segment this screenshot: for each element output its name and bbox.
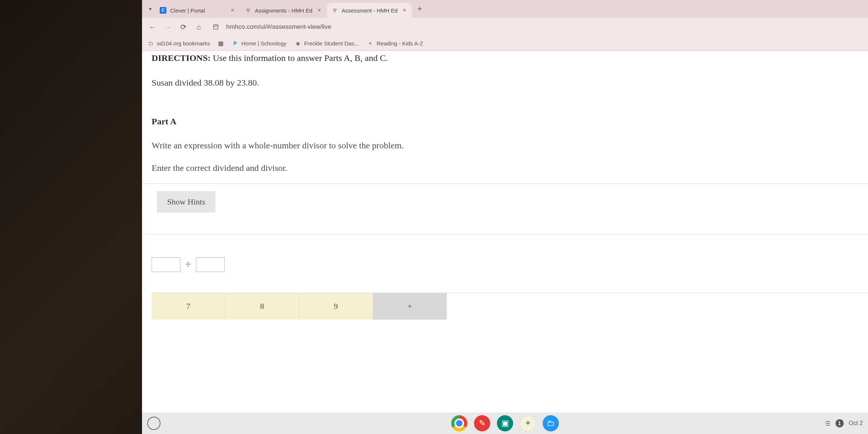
instruction-line-1: Write an expression with a whole-number …: [152, 141, 868, 151]
keypad-7[interactable]: 7: [152, 293, 225, 320]
browser-toolbar: ← → ⟳ ⌂ hmhco.com/ui/#/assessment-view/l…: [142, 18, 868, 36]
back-button[interactable]: ←: [146, 20, 159, 34]
grid-icon: ▦: [218, 40, 224, 47]
close-icon[interactable]: ×: [401, 7, 408, 14]
close-icon[interactable]: ×: [316, 7, 322, 14]
divisor-input[interactable]: [196, 257, 225, 272]
new-tab-button[interactable]: +: [412, 4, 427, 14]
schoology-icon: P: [232, 40, 238, 47]
site-info-icon[interactable]: [211, 22, 221, 32]
chromeos-shelf: ✎ ▣ ✦ 🗀 ☰ 1 Oct 2: [142, 413, 868, 434]
instruction-line-2: Enter the correct dividend and divisor.: [152, 163, 868, 173]
bookmark-label: Home | Schoology: [241, 40, 286, 46]
reading-icon: ✦: [367, 40, 374, 47]
svg-rect-0: [214, 25, 218, 29]
browser-tab-strip: ▾ C Clever | Portal × ▽ Assignments - HM…: [142, 0, 868, 18]
problem-statement: Susan divided 38.08 by 23.80.: [152, 78, 868, 88]
bookmark-label: Freckle Student Das...: [304, 40, 359, 46]
bookmark-freckle[interactable]: ◉ Freckle Student Das...: [295, 40, 359, 47]
keypad-8[interactable]: 8: [225, 293, 299, 320]
app-icon-red[interactable]: ✎: [474, 415, 490, 431]
files-icon[interactable]: 🗀: [543, 415, 559, 431]
freckle-icon: ◉: [295, 40, 301, 47]
chrome-icon[interactable]: [451, 415, 467, 431]
bookmark-reading[interactable]: ✦ Reading - Kids A-Z: [367, 40, 423, 47]
tab-title: Clever | Portal: [170, 7, 226, 14]
hmh-favicon: ▽: [245, 7, 251, 14]
bookmark-schoology[interactable]: P Home | Schoology: [232, 40, 286, 47]
close-icon[interactable]: ×: [229, 7, 236, 14]
dividend-input[interactable]: [152, 257, 180, 272]
keypad: 7 8 9 +: [152, 293, 868, 320]
address-bar-url[interactable]: hmhco.com/ui/#/assessment-view/live: [226, 23, 331, 31]
app-icon-explore[interactable]: ✦: [520, 415, 536, 431]
status-stacked-icon: ☰: [825, 420, 830, 427]
shelf-date: Oct 2: [849, 420, 863, 427]
keypad-9[interactable]: 9: [299, 293, 373, 320]
tab-title: Assessment - HMH Ed: [342, 7, 398, 14]
expression-entry: ÷: [152, 257, 868, 272]
reload-button[interactable]: ⟳: [177, 20, 190, 34]
tab-clever-portal[interactable]: C Clever | Portal ×: [155, 3, 240, 18]
directions-text: Use this information to answer Parts A, …: [211, 53, 388, 63]
apps-icon[interactable]: ▦: [218, 40, 224, 47]
show-hints-button[interactable]: Show Hints: [157, 191, 215, 213]
directions-line: DIRECTIONS: Use this information to answ…: [152, 53, 868, 63]
forward-button[interactable]: →: [161, 20, 174, 34]
division-symbol: ÷: [186, 259, 191, 270]
directions-label: DIRECTIONS:: [152, 53, 211, 63]
tab-title: Assignments - HMH Ed: [255, 7, 312, 14]
hmh-favicon: ▽: [331, 7, 338, 14]
assessment-content: DIRECTIONS: Use this information to answ…: [142, 51, 868, 434]
shelf-pinned-apps: ✎ ▣ ✦ 🗀: [451, 415, 559, 431]
laptop-screen: ▾ C Clever | Portal × ▽ Assignments - HM…: [142, 0, 868, 434]
bookmark-label: Reading - Kids A-Z: [377, 40, 423, 46]
notification-badge: 1: [836, 419, 844, 427]
keypad-plus[interactable]: +: [373, 293, 447, 320]
folder-icon: 🗀: [147, 40, 154, 47]
shelf-status-area[interactable]: ☰ 1 Oct 2: [825, 419, 863, 427]
bookmarks-bar: 🗀 sd104.org bookmarks ▦ P Home | Schoolo…: [142, 36, 868, 51]
tab-search-dropdown[interactable]: ▾: [145, 4, 155, 14]
launcher-button[interactable]: [147, 417, 160, 430]
bookmark-folder[interactable]: 🗀 sd104.org bookmarks: [147, 40, 210, 47]
home-button[interactable]: ⌂: [192, 20, 205, 34]
clever-favicon: C: [160, 7, 166, 14]
part-a-heading: Part A: [152, 117, 868, 127]
app-icon-teal[interactable]: ▣: [497, 415, 513, 431]
tab-assignments[interactable]: ▽ Assignments - HMH Ed ×: [240, 3, 327, 18]
tab-assessment[interactable]: ▽ Assessment - HMH Ed ×: [327, 3, 412, 18]
bookmark-label: sd104.org bookmarks: [157, 40, 210, 46]
hints-panel: Show Hints: [142, 183, 868, 234]
